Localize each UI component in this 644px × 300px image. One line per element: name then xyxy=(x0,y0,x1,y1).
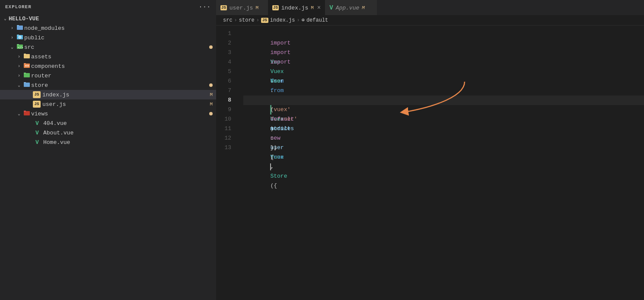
comma-2: , xyxy=(270,154,274,160)
text-cursor xyxy=(270,163,271,170)
tab-user-js-badge: M xyxy=(255,5,258,10)
tab-index-js-label: index.js xyxy=(281,5,308,11)
code-line-9: modules : { xyxy=(243,105,644,115)
breadcrumb-default-icon: ⊕ xyxy=(302,17,305,23)
code-line-4 xyxy=(243,57,644,67)
sidebar-item-user-js[interactable]: › JS user.js M xyxy=(0,99,216,109)
chevron-right-icon: › xyxy=(16,73,22,78)
editor: JS user.js M JS index.js M × V App.vue M… xyxy=(216,0,644,300)
svg-rect-15 xyxy=(25,65,27,67)
code-lines[interactable]: import Vue from 'vue' import Vuex from '… xyxy=(240,26,644,300)
home-vue-label: Home.vue xyxy=(43,139,216,146)
about-vue-label: About.vue xyxy=(43,130,216,136)
chevron-right-icon: › xyxy=(9,35,16,40)
ln-1: 1 xyxy=(216,29,240,38)
folder-assets-icon xyxy=(22,52,31,61)
sidebar-item-router[interactable]: › router xyxy=(0,71,216,80)
tab-app-vue[interactable]: V App.vue M xyxy=(325,0,377,15)
folder-src-icon: </> xyxy=(16,43,24,51)
svg-rect-11 xyxy=(24,54,30,58)
sidebar-item-src[interactable]: ⌄ </> src xyxy=(0,42,216,52)
sidebar-item-assets[interactable]: › assets xyxy=(0,52,216,61)
404-vue-label: 404.vue xyxy=(43,120,216,127)
code-line-6 xyxy=(243,77,644,86)
ln-11: 11 xyxy=(216,124,240,134)
sidebar-item-views[interactable]: ⌄ views xyxy=(0,109,216,118)
svg-rect-22 xyxy=(24,111,26,112)
public-label: public xyxy=(24,35,216,41)
breadcrumb-src: src xyxy=(223,17,233,23)
ln-2: 2 xyxy=(216,38,240,48)
components-label: components xyxy=(31,63,216,70)
folder-components-icon xyxy=(22,62,31,70)
sidebar-item-home-vue[interactable]: › V Home.vue xyxy=(0,137,216,147)
sidebar-item-404-vue[interactable]: › V 404.vue xyxy=(0,118,216,128)
line-numbers: 1 2 3 4 5 6 7 8 9 10 11 12 13 xyxy=(216,26,240,300)
paren-open-2: ({ xyxy=(270,182,277,189)
tab-bar: JS user.js M JS index.js M × V App.vue M xyxy=(216,0,644,15)
store-label: store xyxy=(31,82,209,89)
code-line-3: import user from './user' xyxy=(243,48,644,57)
router-label: router xyxy=(31,73,216,79)
sidebar-item-components[interactable]: › components xyxy=(0,61,216,71)
sidebar-item-node-modules[interactable]: › node_modules xyxy=(0,23,216,33)
vue-file-icon-404: V xyxy=(33,120,41,127)
code-area: 1 2 3 4 5 6 7 8 9 10 11 12 13 import Vue… xyxy=(216,26,644,300)
sidebar-item-public[interactable]: › public xyxy=(0,33,216,42)
breadcrumb-sep-3: › xyxy=(296,17,300,23)
svg-rect-20 xyxy=(24,82,26,83)
user-js-label: user.js xyxy=(42,101,210,108)
ln-4: 4 xyxy=(216,57,240,67)
folder-views-icon xyxy=(22,109,31,118)
folder-globe-icon xyxy=(16,33,24,42)
sidebar-item-about-vue[interactable]: › V About.vue xyxy=(0,128,216,137)
chevron-down-icon: ⌄ xyxy=(2,16,9,21)
svg-rect-21 xyxy=(24,111,30,115)
breadcrumb-store: store xyxy=(239,17,255,23)
ln-5: 5 xyxy=(216,67,240,77)
ln-7: 7 xyxy=(216,86,240,96)
store-modified-dot xyxy=(209,83,213,87)
code-line-10: user , xyxy=(243,115,644,124)
file-tree: ⌄ HELLO-VUE › node_modules › public ⌄ </… xyxy=(0,14,216,300)
sidebar-header-actions: ··· xyxy=(199,3,211,10)
vue-file-icon-about: V xyxy=(33,130,41,136)
more-actions-icon[interactable]: ··· xyxy=(199,3,211,10)
ln-12: 12 xyxy=(216,134,240,143)
code-line-11: }, xyxy=(243,124,644,134)
sidebar-item-index-js[interactable]: › JS index.js M xyxy=(0,90,216,99)
tab-user-js[interactable]: JS user.js M xyxy=(216,0,268,15)
sidebar: Explorer ··· ⌄ HELLO-VUE › node_modules … xyxy=(0,0,216,300)
code-line-7: export default new Vuex . Store ({ xyxy=(243,86,644,96)
svg-rect-2 xyxy=(17,25,19,26)
code-line-8: strict : true , xyxy=(243,96,644,105)
vue-file-icon-home: V xyxy=(33,139,41,146)
svg-rect-16 xyxy=(27,65,29,67)
node-modules-label: node_modules xyxy=(24,25,216,32)
sidebar-item-store[interactable]: ⌄ store xyxy=(0,80,216,90)
svg-rect-18 xyxy=(24,73,26,73)
svg-rect-4 xyxy=(17,35,19,35)
js-file-icon: JS xyxy=(33,91,41,98)
tab-app-vue-label: App.vue xyxy=(336,5,360,11)
ln-10: 10 xyxy=(216,115,240,124)
sidebar-header: Explorer ··· xyxy=(0,0,216,14)
ln-9: 9 xyxy=(216,105,240,115)
store-cls: Store xyxy=(270,173,287,179)
breadcrumb-default: default xyxy=(306,17,328,23)
js-icon-tab-index: JS xyxy=(272,5,279,10)
svg-text:</>: </> xyxy=(18,46,23,49)
tab-index-js[interactable]: JS index.js M × xyxy=(268,0,325,15)
breadcrumb-sep-1: › xyxy=(234,17,237,23)
chevron-down-icon: ⌄ xyxy=(16,111,22,116)
breadcrumb-sep-2: › xyxy=(256,17,259,23)
svg-rect-17 xyxy=(24,73,30,77)
svg-rect-14 xyxy=(24,63,26,64)
vue-icon-tab-app: V xyxy=(329,4,333,11)
tab-close-icon[interactable]: × xyxy=(317,4,321,11)
chevron-down-icon: ⌄ xyxy=(9,45,16,50)
breadcrumb-js-icon: JS xyxy=(261,18,268,23)
tree-root-hello-vue[interactable]: ⌄ HELLO-VUE xyxy=(0,14,216,23)
code-line-2: import Vuex from 'vuex' xyxy=(243,38,644,48)
code-line-1: import Vue from 'vue' xyxy=(243,29,644,38)
